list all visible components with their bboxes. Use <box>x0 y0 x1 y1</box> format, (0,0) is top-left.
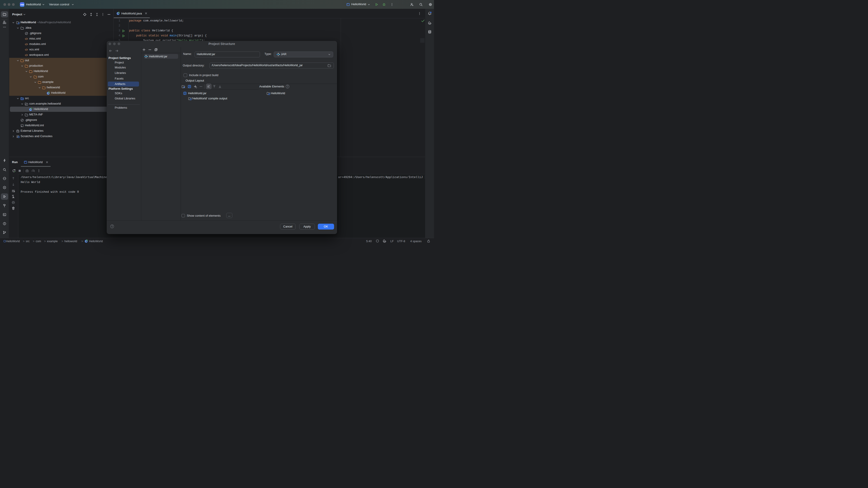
svg-text:z: z <box>209 86 210 88</box>
